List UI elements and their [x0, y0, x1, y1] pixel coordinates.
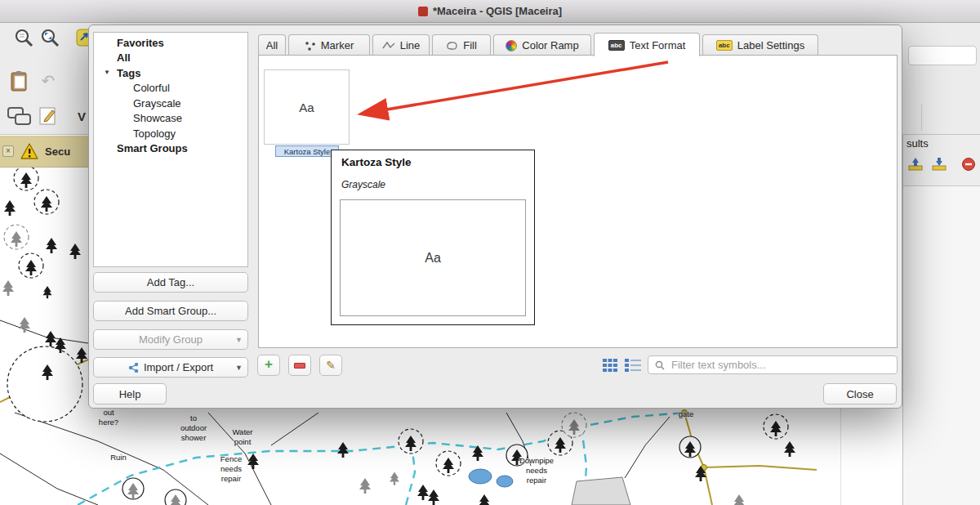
tag-item-all[interactable]: All — [94, 51, 247, 66]
tab-marker[interactable]: Marker — [288, 34, 370, 56]
icon-view-toggle[interactable] — [602, 358, 618, 373]
tab-color-ramp[interactable]: Color Ramp — [493, 34, 591, 56]
toolbar-divider — [921, 105, 922, 131]
map-label: Ruin — [110, 453, 127, 463]
message-bar: × Secu — [0, 136, 88, 168]
zoom-full-icon[interactable] — [40, 28, 61, 49]
window-title: *Maceira - QGIS [Maceira] — [433, 5, 562, 17]
qgis-window: *Maceira - QGIS [Maceira] ↶ V — [0, 0, 980, 505]
chevron-down-icon: ▼ — [235, 336, 243, 344]
results-panel-title: sults — [906, 137, 929, 150]
filter-field — [648, 355, 898, 374]
expander-icon[interactable]: ▼ — [104, 69, 110, 76]
add-item-button[interactable]: + — [257, 355, 280, 376]
results-body — [903, 186, 980, 505]
filter-input[interactable] — [670, 358, 890, 372]
undo-icon[interactable]: ↶ — [38, 70, 58, 92]
tag-item-smart-groups[interactable]: Smart Groups — [94, 141, 247, 157]
minus-icon — [294, 363, 305, 369]
warning-icon — [20, 142, 39, 160]
tag-tree: Favorites All ▼Tags Colorful Grayscale S… — [93, 32, 248, 267]
paste-icon[interactable] — [10, 70, 29, 93]
search-icon — [655, 360, 665, 370]
document-proxy-icon — [418, 7, 428, 16]
tag-item-favorites[interactable]: Favorites — [94, 35, 247, 51]
text-format-thumbnail-name: Kartoza Style — [275, 145, 339, 157]
tag-item-tags[interactable]: ▼Tags — [94, 65, 247, 81]
grid-view-icon — [602, 358, 618, 373]
results-toolbar — [907, 156, 978, 172]
results-panel: sults — [902, 135, 980, 505]
list-view-toggle[interactable] — [624, 358, 642, 373]
tab-label-settings[interactable]: abc Label Settings — [702, 34, 818, 56]
text-format-abc-icon: abc — [608, 40, 625, 51]
map-label: out here? — [99, 408, 118, 427]
style-tooltip: Kartoza Style Grayscale Aa — [331, 150, 535, 325]
clear-results-icon[interactable] — [961, 157, 976, 172]
tab-text-format[interactable]: abc Text Format — [594, 33, 700, 56]
tooltip-preview: Aa — [340, 199, 526, 316]
plus-icon: + — [265, 356, 273, 373]
remove-item-button[interactable] — [288, 355, 311, 376]
help-button[interactable]: Help — [93, 383, 167, 404]
map-label: to outdoor shower — [180, 413, 207, 443]
save-results-icon[interactable] — [931, 156, 947, 172]
tooltip-title: Kartoza Style — [341, 156, 412, 168]
line-icon — [382, 41, 395, 50]
modify-group-button[interactable]: Modify Group▼ — [93, 329, 248, 350]
toolbar-combo-box[interactable] — [908, 46, 977, 65]
edit-item-button[interactable]: ✎ — [319, 355, 342, 376]
message-bar-close-icon[interactable]: × — [2, 145, 14, 157]
tab-all[interactable]: All — [258, 34, 286, 56]
tag-item-showcase[interactable]: Showcase — [94, 111, 247, 127]
map-label: Downpipe needs repair — [519, 456, 554, 485]
edit-label-icon[interactable] — [38, 105, 59, 127]
label-settings-abc-icon: abc — [716, 40, 733, 51]
add-tag-button[interactable]: Add Tag... — [93, 272, 248, 293]
color-ramp-icon — [506, 40, 517, 51]
pencil-icon: ✎ — [326, 359, 336, 372]
style-type-tabs: All Marker Line Fill Color Ramp abc Text… — [258, 33, 818, 56]
list-view-icon — [624, 358, 642, 373]
map-label: Water point — [233, 427, 253, 447]
fill-icon — [446, 41, 458, 51]
marker-dots-icon — [305, 41, 316, 51]
text-format-thumbnail[interactable]: Aa — [264, 69, 350, 145]
import-export-button[interactable]: Import / Export ▼ — [93, 357, 248, 378]
chevron-down-icon: ▼ — [235, 364, 243, 372]
zoom-native-icon[interactable] — [14, 28, 35, 49]
tab-fill[interactable]: Fill — [432, 34, 491, 56]
tag-item-colorful[interactable]: Colorful — [94, 81, 247, 96]
share-icon — [128, 362, 139, 373]
add-smart-group-button[interactable]: Add Smart Group... — [93, 301, 248, 321]
tag-item-topology[interactable]: Topology — [94, 126, 247, 141]
titlebar: *Maceira - QGIS [Maceira] — [0, 0, 980, 23]
tooltip-tag: Grayscale — [341, 179, 385, 190]
message-bar-text: Secu — [45, 145, 70, 158]
tag-item-grayscale[interactable]: Grayscale — [94, 96, 247, 111]
close-button[interactable]: Close — [823, 383, 897, 404]
move-label-icon[interactable] — [7, 105, 33, 127]
map-label: Fence needs repair — [220, 454, 242, 484]
tab-line[interactable]: Line — [372, 34, 430, 56]
load-results-icon[interactable] — [907, 156, 924, 172]
